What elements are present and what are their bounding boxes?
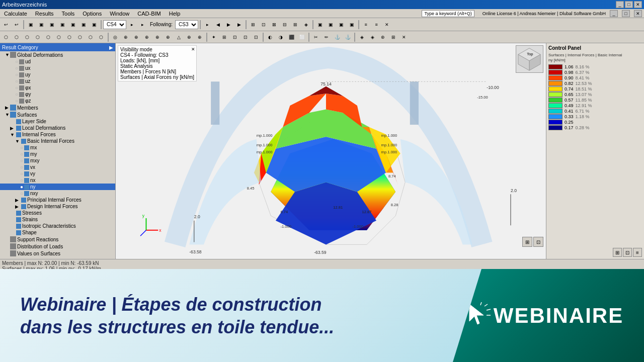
keyword-search[interactable]: Type a keyword (Alt+Q) bbox=[422, 10, 474, 17]
tree-vx[interactable]: ○ vx bbox=[0, 164, 115, 170]
panel-close-button[interactable]: ✕ bbox=[634, 10, 642, 17]
tree-ux[interactable]: ○ ux bbox=[0, 65, 115, 71]
expand-icon[interactable]: ▼ bbox=[5, 112, 10, 117]
tree-nx[interactable]: ○ nx bbox=[0, 177, 115, 184]
tool-btn-2[interactable]: ▣ bbox=[36, 20, 46, 30]
view3-btn-1[interactable]: ◐ bbox=[265, 32, 275, 42]
render-btn-2[interactable]: ▣ bbox=[326, 20, 336, 30]
render-btn-3[interactable]: ▣ bbox=[336, 20, 346, 30]
mode-btn-5[interactable]: ⬡ bbox=[43, 32, 53, 42]
tool-btn-5[interactable]: ▣ bbox=[68, 20, 78, 30]
tree-nxy[interactable]: ○ nxy bbox=[0, 190, 115, 197]
tool-btn-1[interactable]: ▣ bbox=[26, 20, 36, 30]
minimize-button[interactable]: _ bbox=[616, 1, 624, 8]
tree-mxy[interactable]: ○ mxy bbox=[0, 157, 115, 164]
snap-btn-6[interactable]: ⊕ bbox=[163, 32, 173, 42]
tree-isotropic[interactable]: Isotropic Characteristics bbox=[0, 223, 115, 229]
tool-btn-12[interactable]: ▶ bbox=[223, 20, 233, 30]
maximize-button[interactable]: □ bbox=[625, 1, 633, 8]
tree-uz[interactable]: ○ uz bbox=[0, 78, 115, 84]
expand-icon[interactable]: ▶ bbox=[5, 105, 10, 110]
tree-global-deformations[interactable]: ▼ Global Deformations bbox=[0, 51, 115, 58]
menu-help[interactable]: Help bbox=[167, 10, 183, 17]
view-btn-1[interactable]: ⊞ bbox=[248, 20, 258, 30]
menu-results[interactable]: Results bbox=[33, 10, 56, 17]
tool-btn-4[interactable]: ▣ bbox=[57, 20, 67, 30]
panel-collapse-icon[interactable]: ▶ bbox=[109, 45, 113, 50]
view-btn-5[interactable]: ⊞ bbox=[290, 20, 300, 30]
expand-icon[interactable]: ▶ bbox=[15, 204, 20, 209]
tool-btn-7[interactable]: ▣ bbox=[89, 20, 99, 30]
snap-btn-2[interactable]: ⊕ bbox=[121, 32, 131, 42]
following-select[interactable]: CS3 bbox=[175, 20, 198, 29]
tree-vy[interactable]: ○ vy bbox=[0, 170, 115, 177]
nav-cube[interactable]: Top bbox=[516, 45, 543, 73]
extra2-btn-3[interactable]: ⊡ bbox=[230, 32, 240, 42]
extra2-btn-2[interactable]: ⊞ bbox=[219, 32, 229, 42]
tree-internal-forces[interactable]: ▼ Internal Forces bbox=[0, 131, 115, 138]
tree-basic-internal[interactable]: ▼ Basic Internal Forces bbox=[0, 138, 115, 144]
mode-btn-3[interactable]: ⬡ bbox=[22, 32, 32, 42]
tree-principal[interactable]: ▶ Principal Internal Forces bbox=[0, 197, 115, 203]
tool-btn-8[interactable]: ▸ bbox=[127, 20, 137, 30]
vp-icon-2[interactable]: ⊡ bbox=[533, 237, 543, 247]
viewport[interactable]: Visibility mode CS4 - Following: CS3 Loa… bbox=[116, 43, 644, 259]
cs-select[interactable]: CS4 bbox=[103, 20, 126, 29]
panel-max-button[interactable]: □ bbox=[622, 10, 630, 17]
close-button[interactable]: ✕ bbox=[634, 1, 642, 8]
snap-btn-7[interactable]: △ bbox=[174, 32, 184, 42]
tree-phiz[interactable]: ○ φz bbox=[0, 98, 115, 104]
tree-distribution-loads[interactable]: Distribution of Loads bbox=[0, 243, 115, 250]
view3-btn-2[interactable]: ◑ bbox=[276, 32, 286, 42]
mode-btn-4[interactable]: ⬡ bbox=[33, 32, 43, 42]
extra-btn-3[interactable]: ✕ bbox=[382, 20, 392, 30]
cp-icon-1[interactable]: ⊞ bbox=[613, 248, 622, 257]
close-overlay-btn[interactable]: ✕ bbox=[191, 47, 195, 52]
tree-uy[interactable]: ○ uy bbox=[0, 71, 115, 78]
vp-icon-1[interactable]: ⊞ bbox=[522, 237, 532, 247]
tree-layer-side[interactable]: Layer Side bbox=[0, 118, 115, 125]
extra2-btn-1[interactable]: ✦ bbox=[209, 32, 219, 42]
edit-btn-2[interactable]: ✏ bbox=[321, 32, 332, 42]
tree-support-reactions[interactable]: Support Reactions bbox=[0, 236, 115, 243]
menu-cad-bim[interactable]: CAD-BIM bbox=[135, 10, 163, 17]
tree-ud[interactable]: ○ ud bbox=[0, 58, 115, 65]
mode-btn-10[interactable]: ⬡ bbox=[96, 32, 106, 42]
expand-icon[interactable]: ▼ bbox=[15, 139, 20, 144]
tree-mx[interactable]: ○ mx bbox=[0, 144, 115, 151]
view3-btn-4[interactable]: ⬜ bbox=[297, 32, 307, 42]
edit-btn-1[interactable]: ✂ bbox=[311, 32, 321, 42]
view-btn-2[interactable]: ⊡ bbox=[259, 20, 269, 30]
tool-btn-13[interactable]: ▶ bbox=[234, 20, 244, 30]
snap-btn-4[interactable]: ⊕ bbox=[142, 32, 152, 42]
snap-btn-3[interactable]: ⊕ bbox=[131, 32, 141, 42]
final-btn-1[interactable]: ◈ bbox=[357, 32, 367, 42]
extra2-btn-4[interactable]: ⊡ bbox=[240, 32, 251, 42]
mode-btn-8[interactable]: ⬡ bbox=[75, 32, 85, 42]
menu-options[interactable]: Options bbox=[80, 10, 104, 17]
tool-btn-9[interactable]: ▸ bbox=[137, 20, 147, 30]
cp-icon-2[interactable]: ⊡ bbox=[623, 248, 632, 257]
menu-calculate[interactable]: Calculate bbox=[2, 10, 29, 17]
final-btn-3[interactable]: ⊛ bbox=[378, 32, 388, 42]
extra-btn-2[interactable]: ≡ bbox=[371, 20, 381, 30]
tree-shape[interactable]: Shape bbox=[0, 229, 115, 236]
menu-tools[interactable]: Tools bbox=[60, 10, 77, 17]
snap-btn-1[interactable]: ◎ bbox=[110, 32, 120, 42]
view-btn-3[interactable]: ⊠ bbox=[269, 20, 279, 30]
extra2-btn-5[interactable]: ⊡ bbox=[251, 32, 261, 42]
menu-window[interactable]: Window bbox=[108, 10, 131, 17]
tree-phiy[interactable]: ○ φy bbox=[0, 91, 115, 98]
tool-btn-3[interactable]: ▣ bbox=[47, 20, 57, 30]
snap-btn-5[interactable]: ⊕ bbox=[152, 32, 163, 42]
cp-icon-3[interactable]: ≡ bbox=[633, 248, 642, 257]
tree-local-def[interactable]: ▶ Local Deformations bbox=[0, 125, 115, 131]
tree-surfaces[interactable]: ▼ Surfaces bbox=[0, 111, 115, 118]
final-btn-2[interactable]: ◈ bbox=[367, 32, 377, 42]
tree-my[interactable]: ○ my bbox=[0, 151, 115, 157]
expand-icon[interactable]: ▶ bbox=[10, 126, 15, 131]
tree-strains[interactable]: Strains bbox=[0, 216, 115, 223]
edit-btn-3[interactable]: ⚓ bbox=[332, 32, 342, 42]
tree-stresses[interactable]: Stresses bbox=[0, 210, 115, 216]
render-btn-1[interactable]: ▣ bbox=[315, 20, 325, 30]
